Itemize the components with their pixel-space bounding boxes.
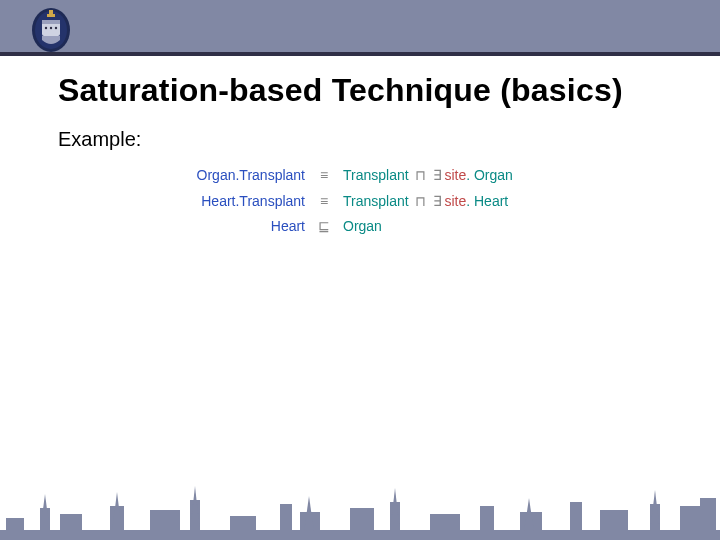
- axiom-relation: ⊑: [313, 216, 335, 238]
- axiom-row: Heart ⊑ Organ: [105, 216, 615, 238]
- header-underline: [0, 52, 720, 56]
- axiom-lhs: Heart: [105, 216, 313, 238]
- axiom-rhs: Transplant ⊓ ∃site. Organ: [335, 165, 615, 187]
- axiom-relation: ≡: [313, 191, 335, 213]
- svg-point-4: [45, 27, 47, 29]
- axiom-row: Organ.Transplant ≡ Transplant ⊓ ∃site. O…: [105, 165, 615, 187]
- svg-rect-3: [42, 20, 60, 24]
- skyline-footer: [0, 478, 720, 540]
- slide-title: Saturation-based Technique (basics): [58, 72, 623, 109]
- axiom-row: Heart.Transplant ≡ Transplant ⊓ ∃site. H…: [105, 191, 615, 213]
- header-band: [0, 0, 720, 52]
- axiom-block: Organ.Transplant ≡ Transplant ⊓ ∃site. O…: [105, 165, 615, 242]
- axiom-lhs: Heart.Transplant: [105, 191, 313, 213]
- svg-point-5: [50, 27, 52, 29]
- svg-rect-7: [49, 10, 53, 14]
- axiom-rhs: Organ: [335, 216, 615, 238]
- slide: Saturation-based Technique (basics) Exam…: [0, 0, 720, 540]
- svg-point-6: [55, 27, 57, 29]
- example-label: Example:: [58, 128, 141, 151]
- axiom-relation: ≡: [313, 165, 335, 187]
- axiom-lhs: Organ.Transplant: [105, 165, 313, 187]
- axiom-rhs: Transplant ⊓ ∃site. Heart: [335, 191, 615, 213]
- university-crest-icon: [30, 6, 72, 58]
- svg-rect-8: [47, 14, 55, 17]
